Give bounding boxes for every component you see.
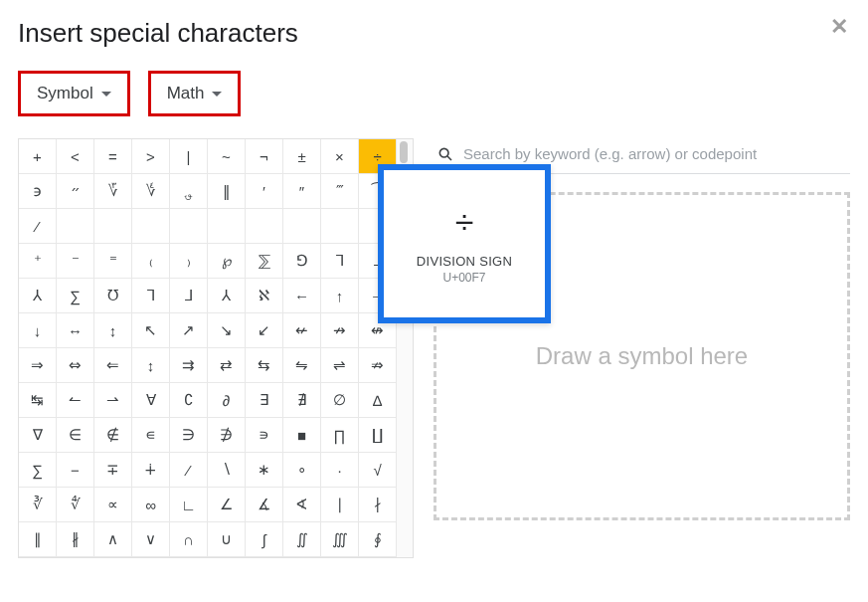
character-cell[interactable]: < [57, 139, 94, 174]
character-cell[interactable]: ∭ [321, 522, 359, 557]
character-cell[interactable]: ∬ [283, 522, 321, 557]
character-cell[interactable]: ∈ [57, 418, 94, 453]
character-cell[interactable]: ↚ [283, 313, 321, 348]
character-cell[interactable]: ؆ [94, 174, 132, 209]
character-cell[interactable]: ⇀ [94, 383, 132, 418]
character-cell[interactable]: ↼ [57, 383, 94, 418]
character-cell[interactable]: ״ [57, 174, 94, 209]
character-cell[interactable] [246, 209, 283, 244]
character-cell[interactable]: ⅂ [132, 279, 170, 313]
character-cell[interactable]: ℧ [94, 279, 132, 313]
character-cell[interactable]: ∁ [170, 383, 208, 418]
character-cell[interactable]: √ [359, 453, 397, 488]
subcategory-dropdown[interactable]: Math [148, 71, 242, 116]
character-cell[interactable]: ∃ [246, 383, 283, 418]
character-cell[interactable] [208, 209, 246, 244]
character-cell[interactable]: ∩ [170, 522, 208, 557]
character-cell[interactable]: ∤ [359, 488, 397, 522]
character-cell[interactable]: = [94, 139, 132, 174]
character-cell[interactable]: ₎ [170, 244, 208, 279]
character-cell[interactable]: ⁄ [19, 209, 57, 244]
character-cell[interactable]: ⅂ [321, 244, 359, 279]
character-cell[interactable]: ⅀ [246, 244, 283, 279]
character-cell[interactable]: ∦ [57, 522, 94, 557]
character-cell[interactable]: ∅ [321, 383, 359, 418]
character-cell[interactable]: ∐ [359, 418, 397, 453]
character-cell[interactable]: ∑ [19, 453, 57, 488]
character-cell[interactable]: ∆ [359, 383, 397, 418]
character-cell[interactable]: ؇ [132, 174, 170, 209]
character-cell[interactable] [94, 209, 132, 244]
character-cell[interactable]: ℘ [208, 244, 246, 279]
character-cell[interactable]: ∄ [283, 383, 321, 418]
character-cell[interactable]: ∍ [246, 418, 283, 453]
character-cell[interactable]: ϶ [19, 174, 57, 209]
character-cell[interactable]: ↕ [132, 348, 170, 383]
character-cell[interactable]: ∕ [170, 453, 208, 488]
character-cell[interactable]: ∨ [132, 522, 170, 557]
character-cell[interactable] [283, 209, 321, 244]
character-cell[interactable]: ~ [208, 139, 246, 174]
character-cell[interactable]: ⇆ [246, 348, 283, 383]
character-cell[interactable]: ∪ [208, 522, 246, 557]
character-cell[interactable]: ⅄ [208, 279, 246, 313]
character-cell[interactable]: + [19, 139, 57, 174]
character-cell[interactable]: ∟ [170, 488, 208, 522]
character-cell[interactable]: ∥ [19, 522, 57, 557]
character-cell[interactable]: ↕ [94, 313, 132, 348]
character-cell[interactable]: ↛ [321, 313, 359, 348]
character-cell[interactable]: ∘ [283, 453, 321, 488]
character-cell[interactable]: ∫ [246, 522, 283, 557]
character-cell[interactable]: ⇌ [321, 348, 359, 383]
character-cell[interactable]: ↙ [246, 313, 283, 348]
character-cell[interactable]: − [57, 453, 94, 488]
character-cell[interactable]: ↔ [57, 313, 94, 348]
character-cell[interactable]: ↑ [321, 279, 359, 313]
character-cell[interactable]: ¬ [246, 139, 283, 174]
character-cell[interactable]: | [170, 139, 208, 174]
character-cell[interactable]: ∛ [19, 488, 57, 522]
character-cell[interactable] [57, 209, 94, 244]
character-cell[interactable]: ؈ [170, 174, 208, 209]
character-cell[interactable]: ∡ [246, 488, 283, 522]
character-cell[interactable]: ± [283, 139, 321, 174]
character-cell[interactable] [321, 209, 359, 244]
character-cell[interactable]: ∉ [94, 418, 132, 453]
character-cell[interactable]: ∑ [57, 279, 94, 313]
character-cell[interactable]: ℵ [246, 279, 283, 313]
character-cell[interactable]: ⅁ [283, 244, 321, 279]
character-cell[interactable]: ∌ [208, 418, 246, 453]
character-cell[interactable]: ∣ [321, 488, 359, 522]
character-cell[interactable]: ∖ [208, 453, 246, 488]
character-cell[interactable]: ′ [246, 174, 283, 209]
close-icon[interactable]: ✕ [830, 14, 848, 40]
character-cell[interactable]: ∝ [94, 488, 132, 522]
character-cell[interactable]: ″ [283, 174, 321, 209]
character-cell[interactable]: ∀ [132, 383, 170, 418]
character-cell[interactable]: ∇ [19, 418, 57, 453]
character-cell[interactable]: ⁻ [57, 244, 94, 279]
character-cell[interactable]: ↖ [132, 313, 170, 348]
character-cell[interactable]: ∙ [321, 453, 359, 488]
character-cell[interactable]: > [132, 139, 170, 174]
character-cell[interactable]: ∋ [170, 418, 208, 453]
character-cell[interactable]: ∞ [132, 488, 170, 522]
character-cell[interactable]: ⅄ [19, 279, 57, 313]
category-dropdown[interactable]: Symbol [18, 71, 130, 116]
character-cell[interactable]: ← [283, 279, 321, 313]
character-cell[interactable]: ₍ [132, 244, 170, 279]
scrollbar-thumb[interactable] [400, 141, 408, 163]
character-cell[interactable]: ⅃ [170, 279, 208, 313]
character-cell[interactable]: ↘ [208, 313, 246, 348]
character-cell[interactable]: ‴ [321, 174, 359, 209]
character-cell[interactable]: ∏ [321, 418, 359, 453]
character-cell[interactable]: ∓ [94, 453, 132, 488]
character-cell[interactable]: ∔ [132, 453, 170, 488]
character-cell[interactable]: ⁼ [94, 244, 132, 279]
character-cell[interactable]: ⇋ [283, 348, 321, 383]
character-cell[interactable]: ⇔ [57, 348, 94, 383]
character-cell[interactable] [132, 209, 170, 244]
character-cell[interactable]: × [321, 139, 359, 174]
character-cell[interactable]: ↗ [170, 313, 208, 348]
character-cell[interactable]: ‖ [208, 174, 246, 209]
